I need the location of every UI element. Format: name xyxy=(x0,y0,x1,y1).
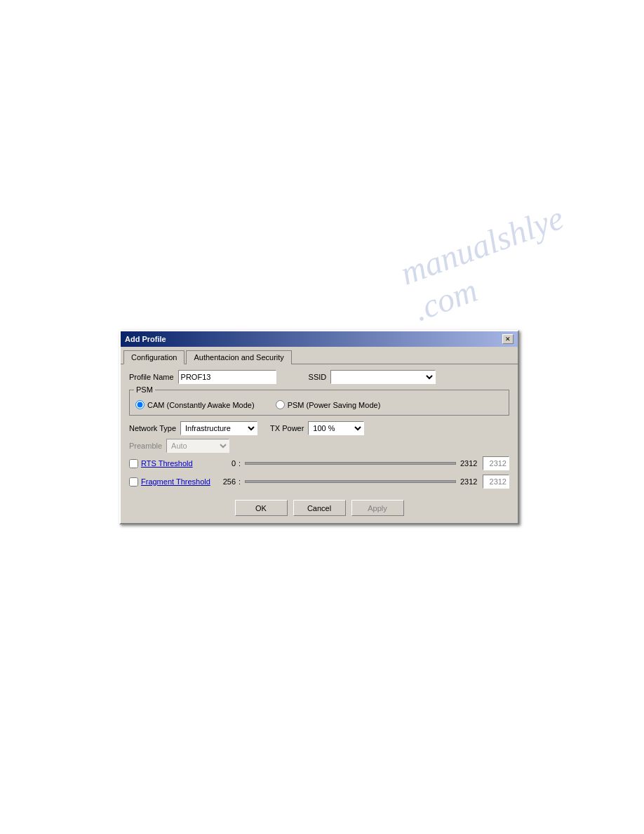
psm-radio-row: CAM (Constantly Awake Mode) PSM (Power S… xyxy=(135,397,503,409)
cam-label: CAM (Constantly Awake Mode) xyxy=(147,401,255,409)
rts-checkbox[interactable] xyxy=(129,459,138,468)
fragment-separator: : xyxy=(239,477,241,486)
title-bar: Add Profile ✕ xyxy=(121,331,518,347)
rts-threshold-row: RTS Threshold 0 : 2312 2312 xyxy=(129,456,509,470)
profile-name-input[interactable] xyxy=(178,370,276,384)
rts-value-input[interactable]: 2312 xyxy=(483,456,509,470)
dialog-content: Profile Name SSID PSM CAM (Constantly Aw… xyxy=(121,364,518,523)
fragment-min-value: 256 xyxy=(216,477,236,486)
watermark: manualshlye.com xyxy=(396,198,582,329)
rts-max-value: 2312 xyxy=(460,459,480,468)
psm-radio-item: PSM (Power Saving Mode) xyxy=(276,400,381,409)
dialog-wrapper: Add Profile ✕ Configuration Authentacion… xyxy=(119,330,519,524)
tx-power-select[interactable]: 100 % 75 % 50 % 25 % xyxy=(308,421,364,435)
rts-slider-track[interactable] xyxy=(245,462,456,465)
fragment-label[interactable]: Fragment Threshold xyxy=(141,477,210,486)
apply-button[interactable]: Apply xyxy=(351,500,404,516)
fragment-slider-track[interactable] xyxy=(245,480,456,483)
preamble-row: Preamble Auto Short Long xyxy=(129,439,509,453)
title-bar-controls: ✕ xyxy=(502,334,514,344)
close-button[interactable]: ✕ xyxy=(502,334,514,344)
fragment-checkbox-label: Fragment Threshold xyxy=(129,477,213,486)
add-profile-dialog: Add Profile ✕ Configuration Authentacion… xyxy=(119,330,519,524)
dialog-title: Add Profile xyxy=(125,335,166,343)
network-type-select[interactable]: Infrastructure Ad Hoc xyxy=(180,421,257,435)
profile-name-label: Profile Name xyxy=(129,373,174,381)
fragment-threshold-row: Fragment Threshold 256 : 2312 2312 xyxy=(129,475,509,489)
tab-auth-security[interactable]: Authentacion and Security xyxy=(186,350,291,364)
psm-radio[interactable] xyxy=(276,400,285,409)
profile-name-row: Profile Name SSID xyxy=(129,370,509,384)
preamble-label: Preamble xyxy=(129,442,162,450)
ssid-label: SSID xyxy=(309,373,327,381)
network-type-label: Network Type xyxy=(129,424,176,432)
tabs-bar: Configuration Authentacion and Security xyxy=(121,347,518,364)
tx-power-label: TX Power xyxy=(270,424,304,432)
fragment-value-input[interactable]: 2312 xyxy=(483,475,509,489)
cam-radio[interactable] xyxy=(135,400,145,409)
rts-min-value: 0 xyxy=(216,459,236,468)
tab-configuration[interactable]: Configuration xyxy=(123,350,185,364)
button-row: OK Cancel Apply xyxy=(129,496,509,516)
fragment-checkbox[interactable] xyxy=(129,477,138,486)
rts-separator: : xyxy=(239,459,241,468)
ssid-select[interactable] xyxy=(330,370,436,384)
cancel-button[interactable]: Cancel xyxy=(293,500,346,516)
cam-radio-item: CAM (Constantly Awake Mode) xyxy=(135,400,255,409)
rts-checkbox-label: RTS Threshold xyxy=(129,459,213,468)
psm-group-box: PSM CAM (Constantly Awake Mode) PSM (Pow… xyxy=(129,390,509,416)
fragment-max-value: 2312 xyxy=(460,477,480,486)
ok-button[interactable]: OK xyxy=(235,500,288,516)
rts-label[interactable]: RTS Threshold xyxy=(141,459,193,468)
network-tx-row: Network Type Infrastructure Ad Hoc TX Po… xyxy=(129,421,509,435)
psm-group-label: PSM xyxy=(134,385,155,394)
psm-label: PSM (Power Saving Mode) xyxy=(288,401,381,409)
preamble-select[interactable]: Auto Short Long xyxy=(166,439,229,453)
